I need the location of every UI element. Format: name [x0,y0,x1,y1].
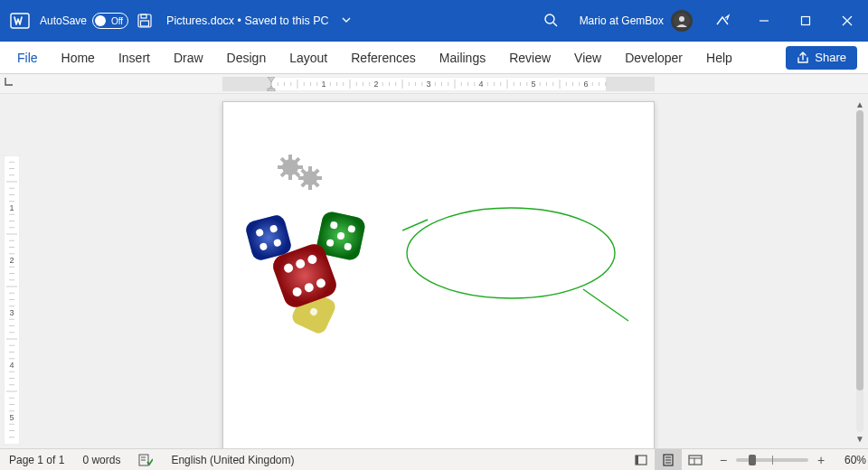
svg-rect-121 [278,165,283,169]
svg-rect-126 [316,176,322,180]
zoom-slider[interactable] [736,458,808,462]
svg-point-4 [545,14,554,24]
svg-text:5: 5 [9,413,14,422]
save-button[interactable] [136,12,154,30]
ribbon-tabs: File Home Insert Draw Design Layout Refe… [0,42,868,74]
document-title[interactable]: Pictures.docx • Saved to this PC [166,14,328,27]
svg-rect-2 [141,14,146,18]
svg-text:1: 1 [321,80,326,89]
tab-insert[interactable]: Insert [107,42,162,74]
user-account[interactable]: Mario at GemBox [571,10,702,32]
svg-line-5 [553,23,557,26]
scroll-down-button[interactable]: ▼ [854,432,866,445]
document-page[interactable] [222,101,655,448]
focus-mode-button[interactable] [627,449,655,471]
tab-design[interactable]: Design [215,42,278,74]
svg-rect-9 [802,17,810,25]
svg-text:6: 6 [583,80,588,89]
svg-rect-70 [4,155,20,445]
svg-text:3: 3 [9,308,14,317]
tab-review[interactable]: Review [497,42,562,74]
svg-rect-12 [222,77,655,91]
word-app-icon [7,8,33,33]
share-icon [797,52,809,64]
svg-rect-69 [268,89,275,91]
svg-line-157 [583,289,628,321]
zoom-in-button[interactable]: + [814,453,828,467]
svg-rect-115 [288,155,292,160]
chevron-down-icon[interactable] [342,14,351,27]
tab-draw[interactable]: Draw [162,42,215,74]
zoom-out-button[interactable]: − [716,453,731,467]
svg-rect-167 [689,456,702,465]
svg-text:1: 1 [9,203,14,212]
user-name: Mario at GemBox [580,14,664,27]
word-count[interactable]: 0 words [73,449,129,471]
minimize-button[interactable] [743,0,785,42]
avatar [671,10,693,32]
language-indicator[interactable]: English (United Kingdom) [162,449,303,471]
svg-point-7 [679,16,684,22]
svg-rect-162 [636,456,638,465]
share-label: Share [815,51,846,64]
search-button[interactable] [531,13,571,30]
tab-mailings[interactable]: Mailings [428,42,497,74]
svg-rect-119 [288,174,292,180]
maximize-button[interactable] [785,0,826,42]
scroll-thumb[interactable] [856,110,863,390]
dice-image[interactable] [241,202,395,355]
svg-rect-3 [141,21,149,26]
svg-rect-124 [308,166,312,172]
titlebar: AutoSave Off Pictures.docx • Saved to th… [0,0,868,42]
svg-text:5: 5 [531,80,535,89]
tab-selector[interactable] [0,74,24,94]
horizontal-ruler[interactable]: 123456 [222,77,655,91]
svg-rect-13 [222,77,271,91]
svg-rect-130 [298,176,304,180]
tab-view[interactable]: View [562,42,613,74]
zoom-percentage[interactable]: 60% [835,449,868,471]
close-button[interactable] [826,0,868,42]
svg-rect-128 [308,184,312,190]
print-layout-button[interactable] [655,449,682,471]
oval-shape[interactable] [402,203,637,330]
spelling-check-button[interactable] [129,449,162,471]
ribbon-display-button[interactable] [702,0,743,42]
tab-references[interactable]: References [339,42,428,74]
share-button[interactable]: Share [786,46,857,70]
gears-image[interactable] [276,153,330,194]
svg-text:4: 4 [478,80,483,89]
statusbar: Page 1 of 1 0 words English (United King… [0,448,868,470]
page-indicator[interactable]: Page 1 of 1 [0,449,73,471]
scroll-up-button[interactable]: ▲ [854,98,866,110]
autosave-toggle[interactable]: AutoSave Off [40,13,128,29]
web-layout-button[interactable] [682,449,709,471]
tab-help[interactable]: Help [694,42,744,74]
svg-rect-117 [297,165,303,169]
tab-file[interactable]: File [5,42,50,74]
vertical-ruler[interactable]: 12345 [4,155,20,445]
svg-rect-14 [606,77,655,91]
tab-developer[interactable]: Developer [613,42,694,74]
svg-rect-0 [11,14,29,28]
zoom-control: − + [709,453,835,467]
autosave-state: Off [111,16,123,26]
svg-point-155 [407,208,615,298]
tab-layout[interactable]: Layout [278,42,339,74]
svg-text:2: 2 [9,256,14,265]
ruler-row: 123456 [0,74,868,94]
autosave-label: AutoSave [40,14,87,27]
tab-home[interactable]: Home [50,42,107,74]
document-workspace: 12345 [0,94,868,448]
svg-text:3: 3 [426,80,430,89]
svg-text:4: 4 [9,361,14,370]
vertical-scrollbar[interactable]: ▲ ▼ [854,98,866,445]
svg-text:2: 2 [373,80,378,89]
